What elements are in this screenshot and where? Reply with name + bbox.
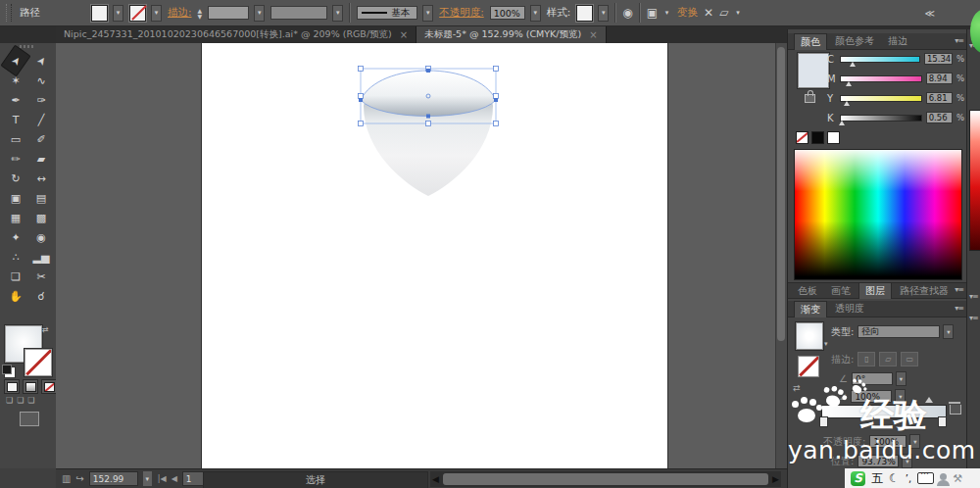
stroke-weight-dropdown[interactable]: ▾ — [254, 5, 265, 22]
opacity-link[interactable]: 不透明度: — [439, 6, 484, 20]
gradient-tool[interactable]: ▩ — [28, 208, 54, 227]
slice-tool[interactable]: ✂ — [28, 267, 54, 286]
none-swatch[interactable] — [796, 131, 808, 144]
panel-strip-menu-icon[interactable]: ▾≡ — [955, 285, 963, 294]
tab-图层[interactable]: 图层 — [858, 282, 892, 299]
tab-透明度[interactable]: 透明度 — [829, 301, 870, 317]
opacity-field[interactable]: 100% — [490, 6, 525, 20]
rotate-tool[interactable]: ↻ — [3, 169, 28, 188]
align-icon[interactable]: ▣ — [647, 6, 658, 20]
gradient-fill-proxy[interactable] — [796, 322, 823, 350]
opacity-dropdown[interactable]: ▾ — [530, 5, 541, 22]
brush-definition-dropdown[interactable]: ▾ — [422, 5, 433, 22]
color-panel-menu-icon[interactable]: ▾≡ — [955, 36, 963, 45]
fill-color-swatch[interactable] — [91, 5, 108, 22]
stop-location-field[interactable]: 93.73% — [858, 455, 899, 467]
sliver-menu-icon-3[interactable]: ▾≡ — [969, 314, 978, 322]
ime-mode-icon[interactable]: 五 — [871, 470, 883, 487]
default-fill-stroke-icon[interactable] — [4, 366, 16, 378]
scroll-left-icon[interactable]: ◀ — [430, 474, 441, 484]
stop-opacity-field[interactable]: 100% — [869, 435, 906, 448]
tab-渐变[interactable]: 渐变 — [794, 301, 827, 317]
slider-thumb[interactable] — [839, 121, 845, 125]
stroke-within-button[interactable]: ▯ — [858, 352, 875, 366]
mesh-tool[interactable]: ▦ — [3, 208, 28, 227]
gradient-type-dropdown[interactable]: ▾ — [943, 324, 954, 339]
recolor-artwork-icon[interactable]: ◉ — [622, 6, 632, 20]
channel-value-field[interactable]: 0.56 — [926, 112, 953, 123]
zoom-tool[interactable]: ☌ — [28, 286, 54, 306]
black-swatch[interactable] — [811, 131, 824, 144]
ime-logo-icon[interactable]: S — [851, 471, 865, 486]
zoom-level-field[interactable]: 152.99 — [89, 471, 138, 486]
paint-none-button[interactable] — [41, 379, 57, 394]
stop-location-dropdown[interactable]: ▾ — [902, 454, 912, 468]
gradient-aspect-field[interactable]: 100% — [851, 390, 892, 403]
tab-颜色[interactable]: 颜色 — [794, 33, 827, 50]
line-segment-tool[interactable]: ╱ — [28, 110, 54, 129]
stroke-color-swatch[interactable] — [129, 5, 146, 22]
swap-fill-stroke-icon[interactable]: ⇄ — [42, 325, 49, 334]
channel-slider[interactable] — [840, 75, 921, 82]
collapse-panels-icon[interactable]: ≪ — [925, 8, 935, 19]
stop-opacity-dropdown[interactable]: ▾ — [909, 434, 920, 449]
style-dropdown[interactable]: ▾ — [598, 5, 609, 22]
gradient-slider[interactable] — [821, 405, 947, 418]
stroke-proxy[interactable] — [24, 349, 52, 376]
symbol-sprayer-tool[interactable]: ∴ — [3, 247, 28, 267]
screen-mode-button[interactable] — [20, 412, 39, 426]
stroke-weight-field[interactable] — [208, 6, 249, 20]
width-tool[interactable]: ↔ — [28, 169, 54, 188]
paint-gradient-button[interactable] — [23, 379, 38, 394]
gradient-stroke-proxy[interactable] — [798, 356, 819, 377]
vertical-scrollbar[interactable] — [775, 43, 787, 468]
align-dropdown[interactable]: ▾ — [662, 6, 671, 21]
fill-dropdown[interactable]: ▾ — [113, 5, 123, 22]
channel-value-field[interactable]: 8.94 — [926, 73, 953, 84]
panel-grip[interactable] — [6, 4, 12, 22]
slider-thumb[interactable] — [844, 101, 850, 106]
tab-画笔[interactable]: 画笔 — [825, 283, 857, 299]
shape-builder-tool[interactable]: ▣ — [3, 188, 28, 208]
white-swatch[interactable] — [827, 131, 840, 144]
punctuation-icon[interactable]: ’, — [906, 473, 911, 484]
draw-normal-icon[interactable]: ❏ — [6, 396, 13, 405]
channel-value-field[interactable]: 6.81 — [926, 92, 953, 104]
reverse-gradient-icon[interactable]: ⇄ — [793, 383, 801, 393]
sliver-menu-icon-2[interactable]: ▾≡ — [969, 292, 978, 301]
canvas[interactable] — [56, 43, 787, 468]
gradient-type-field[interactable]: 径向 — [858, 325, 940, 338]
gradient-angle-field[interactable]: 0° — [852, 372, 893, 385]
slider-thumb[interactable] — [850, 62, 856, 67]
tools-panel-grip[interactable] — [20, 45, 35, 48]
document-tab-2[interactable]: 未标题-5* @ 152.99% (CMYK/预览)× — [416, 26, 606, 43]
gradient-stop-start[interactable] — [819, 416, 828, 427]
gradient-stop-end[interactable] — [938, 416, 947, 427]
blend-tool[interactable]: ◉ — [28, 227, 54, 247]
color-spectrum[interactable] — [794, 149, 962, 280]
paint-color-button[interactable] — [4, 379, 20, 394]
pencil-tool[interactable]: ✏ — [3, 149, 28, 169]
partial-color-spectrum[interactable] — [969, 110, 980, 251]
channel-slider[interactable] — [840, 95, 921, 102]
scrollbar-thumb[interactable] — [443, 473, 768, 485]
brush-pen-tool[interactable]: ✑ — [28, 90, 54, 110]
stroke-link[interactable]: 描边: — [168, 6, 192, 20]
scroll-right-icon[interactable]: ▶ — [770, 474, 781, 484]
horizontal-scrollbar[interactable]: ◀ ▶ — [430, 471, 781, 487]
type-tool[interactable]: T — [3, 110, 28, 129]
gradient-proxy-dropdown[interactable]: ▾ — [824, 340, 828, 348]
draw-behind-icon[interactable]: ❏ — [17, 396, 24, 405]
shear-icon[interactable]: ▱ — [719, 6, 728, 20]
channel-slider[interactable] — [840, 56, 920, 63]
perspective-grid-tool[interactable]: ▤ — [28, 188, 54, 208]
channel-value-field[interactable]: 15.34 — [924, 53, 953, 65]
user-icon[interactable] — [940, 473, 947, 480]
color-panel-swatch[interactable] — [798, 53, 829, 88]
slider-thumb[interactable] — [846, 81, 852, 86]
delete-stop-icon[interactable] — [950, 405, 961, 415]
stroke-dropdown[interactable]: ▾ — [151, 5, 162, 22]
keyboard-icon[interactable] — [917, 472, 934, 484]
gradient-aspect-dropdown[interactable]: ▾ — [895, 389, 906, 404]
document-tab-1[interactable]: Nipic_2457331_20101020230646567000[转换].a… — [56, 26, 416, 43]
